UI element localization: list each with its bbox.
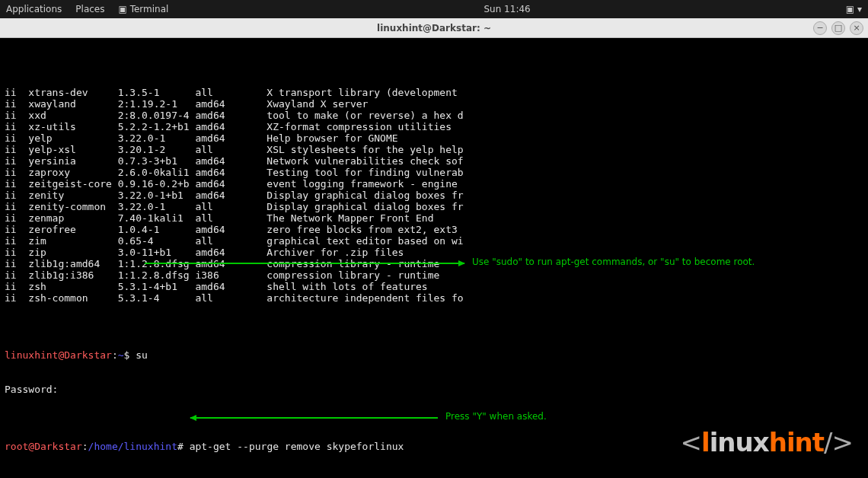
pkg-row: ii xtrans-dev 1.3.5-1 all X transport li… <box>5 87 863 98</box>
cmd-apt-get: apt-get --purge remove skypeforlinux <box>190 441 404 452</box>
window-title: linuxhint@Darkstar: ~ <box>377 23 491 33</box>
pkg-row: ii yelp-xsl 3.20.1-2 all XSL stylesheets… <box>5 144 863 155</box>
pkg-row: ii zlib1g:i386 1:1.2.8.dfsg i386 compres… <box>5 269 863 281</box>
pkg-row: ii zeitgeist-core 0.9.16-0.2+b amd64 eve… <box>5 178 863 190</box>
prompt-root-path: /home/linuxhint <box>88 441 177 452</box>
pkg-row: ii zenity-common 3.22.0-1 all Display gr… <box>5 201 863 212</box>
pkg-row: ii xwayland 2:1.19.2-1 amd64 Xwayland X … <box>5 98 863 110</box>
cmd-su: su <box>136 349 148 361</box>
terminal-output[interactable]: ii xtrans-dev 1.3.5-1 all X transport li… <box>0 38 868 478</box>
system-tray[interactable]: ▣ ▾ <box>846 4 862 14</box>
pkg-row: ii zsh 5.3.1-4+b1 amd64 shell with lots … <box>5 281 863 292</box>
panel-applications[interactable]: Applications <box>6 4 62 14</box>
minimize-button[interactable]: − <box>813 21 827 35</box>
pkg-row: ii xxd 2:8.0.0197-4 amd64 tool to make (… <box>5 110 863 121</box>
pkg-row: ii zim 0.65-4 all graphical text editor … <box>5 235 863 247</box>
pkg-row: ii zlib1g:amd64 1:1.2.8.dfsg amd64 compr… <box>5 258 863 269</box>
arrow-pressy <box>190 417 438 419</box>
pkg-row: ii zsh-common 5.3.1-4 all architecture i… <box>5 292 863 304</box>
maximize-button[interactable]: □ <box>831 21 845 35</box>
pkg-row: ii zip 3.0-11+b1 amd64 Archiver for .zip… <box>5 247 863 258</box>
password-prompt: Password: <box>5 384 863 395</box>
prompt-user: linuxhint@Darkstar <box>5 349 112 361</box>
annotation-pressy: Press "Y" when asked. <box>445 411 547 422</box>
top-panel: Applications Places ▣ Terminal Sun 11:46… <box>0 0 868 18</box>
prompt-path: ~ <box>118 349 124 361</box>
prompt-root-user: root@Darkstar <box>5 441 82 452</box>
window-titlebar: linuxhint@Darkstar: ~ − □ × <box>0 18 868 38</box>
panel-terminal-label[interactable]: ▣ Terminal <box>118 4 168 14</box>
pkg-row: ii yersinia 0.7.3-3+b1 amd64 Network vul… <box>5 155 863 167</box>
pkg-row: ii yelp 3.22.0-1 amd64 Help browser for … <box>5 132 863 144</box>
pkg-row: ii zenity 3.22.0-1+b1 amd64 Display grap… <box>5 190 863 201</box>
pkg-row: ii zaproxy 2.6.0-0kali1 amd64 Testing to… <box>5 167 863 178</box>
pkg-row: ii xz-utils 5.2.2-1.2+b1 amd64 XZ-format… <box>5 121 863 132</box>
panel-clock: Sun 11:46 <box>483 4 530 14</box>
pkg-row: ii zerofree 1.0.4-1 amd64 zero free bloc… <box>5 224 863 235</box>
pkg-row: ii zenmap 7.40-1kali1 all The Network Ma… <box>5 212 863 224</box>
panel-places[interactable]: Places <box>75 4 104 14</box>
close-button[interactable]: × <box>850 21 863 35</box>
